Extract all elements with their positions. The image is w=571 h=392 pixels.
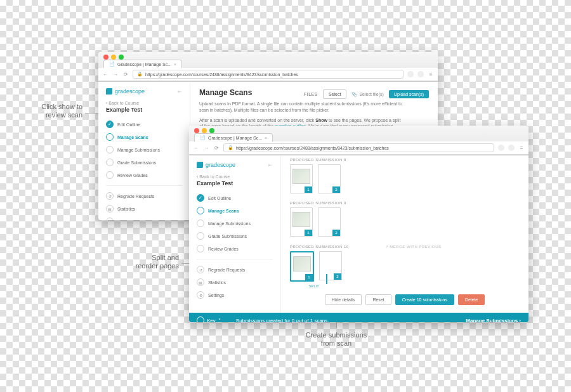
back-arrow-icon[interactable]: ← xyxy=(193,145,199,151)
nav-manage-submissions[interactable]: Manage Submissions xyxy=(106,143,182,156)
zoom-icon[interactable] xyxy=(119,55,124,60)
url-text: https://gradescope.com/courses/2488/assi… xyxy=(236,146,389,150)
page-thumbnail[interactable]: 2 xyxy=(318,164,341,193)
tab-close-icon[interactable]: × xyxy=(174,62,176,67)
tab-title: Gradescope | Manage Sc... xyxy=(208,136,262,140)
select-button[interactable]: Select xyxy=(323,89,346,99)
split-label: SPLIT xyxy=(309,284,319,288)
sidebar: gradescope ⇤ ‹ Back to Course Example Te… xyxy=(189,155,281,313)
reload-icon[interactable]: ⟳ xyxy=(213,145,220,151)
nav-review-grades[interactable]: Review Grades xyxy=(106,169,182,181)
back-to-course[interactable]: ‹ Back to Course xyxy=(197,174,273,179)
delete-button[interactable]: Delete xyxy=(458,294,485,305)
gear-icon: ⚙ xyxy=(106,218,114,220)
extension-icon[interactable] xyxy=(498,145,504,151)
menu-icon[interactable]: ≡ xyxy=(518,145,525,151)
files-heading: FILES xyxy=(304,92,318,96)
merge-button[interactable]: ↗ MERGE WITH PREVIOUS xyxy=(385,244,442,249)
submission-label: PROPOSED SUBMISSION 9 xyxy=(290,201,346,205)
submission-label: PROPOSED SUBMISSION 8 xyxy=(290,158,346,162)
address-bar[interactable]: 🔒 https://gradescope.com/courses/2488/as… xyxy=(223,143,494,152)
file-picker[interactable]: 📎Select file(s) xyxy=(351,92,384,97)
main-content: PROPOSED SUBMISSION 8 1 2 PROPOSED SUBMI… xyxy=(281,155,528,313)
proposed-submission-8: PROPOSED SUBMISSION 8 1 2 xyxy=(290,158,520,193)
nav-manage-submissions[interactable]: Manage Submissions xyxy=(197,217,273,230)
tab-favicon: 📄 xyxy=(200,135,206,140)
check-icon xyxy=(197,194,204,202)
menu-icon[interactable]: ≡ xyxy=(428,72,434,77)
nav-review-grades[interactable]: Review Grades xyxy=(197,242,273,255)
course-title: Example Test xyxy=(106,107,182,113)
lock-icon: 🔒 xyxy=(137,72,143,77)
address-bar[interactable]: 🔒 https://gradescope.com/courses/2488/as… xyxy=(133,70,404,79)
stats-icon: ▤ xyxy=(197,278,204,286)
nav-edit-outline[interactable]: Edit Outline xyxy=(197,192,273,204)
submission-label: PROPOSED SUBMISSION 10 xyxy=(290,245,349,249)
extension-icon[interactable] xyxy=(407,71,414,77)
check-icon xyxy=(106,121,114,128)
nav-settings[interactable]: ⚙Settings xyxy=(197,289,273,301)
back-arrow-icon[interactable]: ← xyxy=(102,72,108,77)
reset-button[interactable]: Reset xyxy=(365,294,391,305)
annotation-show: Click show toreview scan xyxy=(13,103,82,119)
page-thumbnail-selected[interactable]: 1 xyxy=(290,251,314,282)
nav-stats[interactable]: ▤Statistics xyxy=(106,202,182,215)
upload-controls: FILES Select 📎Select file(s) Upload scan… xyxy=(304,89,429,99)
fwd-arrow-icon[interactable]: → xyxy=(112,72,119,77)
logo[interactable]: gradescope ⇤ xyxy=(197,162,273,168)
minimize-icon[interactable] xyxy=(202,128,207,133)
url-text: https://gradescope.com/courses/2488/assi… xyxy=(145,72,298,77)
nav-stats[interactable]: ▤Statistics xyxy=(197,276,273,289)
logo-text: gradescope xyxy=(206,162,235,168)
page-thumbnail[interactable]: 1 xyxy=(290,207,313,237)
nav-settings[interactable]: ⚙Settings xyxy=(106,215,182,220)
chevron-up-icon: ˄ xyxy=(218,318,221,323)
manage-submissions-button[interactable]: Manage Submissions › xyxy=(466,318,521,323)
nav-grade-submissions[interactable]: Grade Submissions xyxy=(106,156,182,169)
step-icon xyxy=(197,219,204,227)
close-icon[interactable] xyxy=(103,55,108,60)
nav-regrade[interactable]: ↺Regrade Requests xyxy=(106,190,182,202)
step-icon xyxy=(197,245,204,252)
collapse-icon[interactable]: ⇤ xyxy=(178,89,182,95)
extension-icon[interactable] xyxy=(417,71,424,77)
page-thumbnail[interactable]: 2 xyxy=(319,251,342,280)
page-thumbnail[interactable]: 1 xyxy=(290,164,313,193)
nav-manage-scans[interactable]: Manage Scans xyxy=(197,204,273,217)
course-title: Example Test xyxy=(197,180,273,186)
regrade-icon: ↺ xyxy=(197,266,204,273)
nav-regrade[interactable]: ↺Regrade Requests xyxy=(197,263,273,276)
page-thumbnail[interactable]: 2 xyxy=(318,207,341,237)
hide-details-button[interactable]: Hide details xyxy=(325,294,362,305)
logo-mark-icon xyxy=(197,162,203,168)
logo[interactable]: gradescope ⇤ xyxy=(106,88,182,95)
back-to-course[interactable]: ‹ Back to Course xyxy=(106,101,182,105)
browser-chrome: 📄 Gradescope | Manage Sc... × ← → ⟳ 🔒 ht… xyxy=(189,126,528,155)
browser-tab[interactable]: 📄 Gradescope | Manage Sc... × xyxy=(194,133,273,141)
attach-icon: 📎 xyxy=(351,92,357,97)
lock-icon: 🔒 xyxy=(228,145,233,150)
nav-grade-submissions[interactable]: Grade Submissions xyxy=(197,230,273,242)
sidebar: gradescope ⇤ ‹ Back to Course Example Te… xyxy=(98,82,190,220)
extension-icon[interactable] xyxy=(508,145,515,151)
nav-manage-scans[interactable]: Manage Scans xyxy=(106,131,182,143)
create-submissions-button[interactable]: Create 10 submissions xyxy=(395,294,454,305)
footer-msg: Submissions created for 0 out of 1 scans… xyxy=(236,318,329,323)
gear-icon: ⚙ xyxy=(197,291,204,299)
step-icon xyxy=(106,146,114,154)
upload-button[interactable]: Upload scan(s) xyxy=(389,90,429,98)
nav-edit-outline[interactable]: Edit Outline xyxy=(106,118,182,131)
close-icon[interactable] xyxy=(194,128,199,133)
step-icon xyxy=(106,133,114,141)
reload-icon[interactable]: ⟳ xyxy=(122,72,129,77)
fwd-arrow-icon[interactable]: → xyxy=(203,145,209,151)
action-bar: Hide details Reset Create 10 submissions… xyxy=(290,289,520,313)
zoom-icon[interactable] xyxy=(209,128,214,133)
tab-close-icon[interactable]: × xyxy=(265,136,267,140)
minimize-icon[interactable] xyxy=(111,55,116,60)
split-marker[interactable] xyxy=(318,282,336,284)
collapse-icon[interactable]: ⇤ xyxy=(268,162,273,168)
footer-bar: Kev ˄ Submissions created for 0 out of 1… xyxy=(189,313,528,322)
browser-tab[interactable]: 📄 Gradescope | Manage Sc... × xyxy=(103,60,182,68)
user-menu[interactable]: Kev ˄ xyxy=(197,317,221,322)
